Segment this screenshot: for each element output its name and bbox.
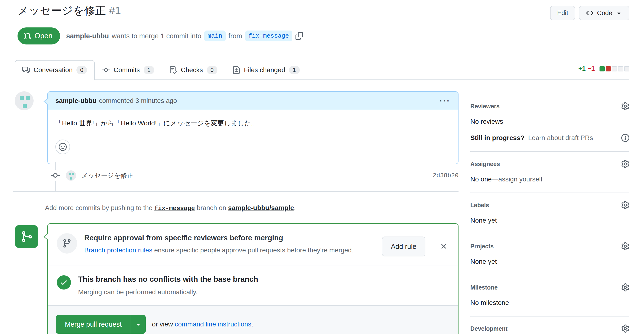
commit-avatar[interactable] <box>66 170 76 181</box>
tab-counter: 1 <box>144 66 154 74</box>
info-icon[interactable] <box>621 134 629 142</box>
diff-block-deleted <box>606 66 611 72</box>
projects-empty-text: None yet <box>470 258 629 266</box>
labels-heading-row[interactable]: Labels <box>470 201 629 209</box>
learn-draft-prs-link[interactable]: Learn about draft PRs <box>528 134 593 142</box>
merge-footer: Merge pull request or view command line … <box>48 306 458 334</box>
gear-icon[interactable] <box>621 284 629 292</box>
gear-icon[interactable] <box>621 201 629 209</box>
tab-counter: 1 <box>289 66 300 74</box>
conversation-column: sample-ubbu commented 3 minutes ago ··· … <box>15 91 458 334</box>
diff-block-neutral <box>624 66 629 72</box>
comment-box: sample-ubbu commented 3 minutes ago ··· … <box>47 91 458 164</box>
author-name[interactable]: sample-ubbu <box>66 32 109 40</box>
add-reaction-button[interactable] <box>55 140 70 154</box>
branch-protection-text: Require approval from specific reviewers… <box>84 233 375 254</box>
diff-block-neutral <box>618 66 623 72</box>
pr-main: sample-ubbu commented 3 minutes ago ··· … <box>15 91 629 334</box>
comment-author[interactable]: sample-ubbu <box>55 97 96 104</box>
gear-icon[interactable] <box>621 324 629 332</box>
git-merge-icon <box>15 225 38 248</box>
milestone-empty-text: No milestone <box>470 299 629 306</box>
gear-icon[interactable] <box>621 160 629 168</box>
milestone-heading: Milestone <box>470 284 498 291</box>
milestone-heading-row[interactable]: Milestone <box>470 284 629 292</box>
gear-icon[interactable] <box>621 242 629 250</box>
sidebar-section-assignees: Assignees No one—assign yourself <box>470 152 629 193</box>
draft-pr-text: Still in progress? Learn about draft PRs <box>470 134 593 142</box>
pr-page: メッセージを修正 #1 Edit Code Open sample-ubbu w… <box>0 0 644 334</box>
copy-branch-button[interactable] <box>296 32 303 40</box>
commit-sha[interactable]: 2d38b20 <box>433 172 458 179</box>
reviewers-heading-row[interactable]: Reviewers <box>470 102 629 110</box>
development-heading: Development <box>470 325 508 332</box>
labels-heading: Labels <box>470 202 489 209</box>
reviewers-heading: Reviewers <box>470 103 500 110</box>
open-status-badge: Open <box>18 28 60 44</box>
merge-box: Require approval from specific reviewers… <box>47 223 458 334</box>
diffstat[interactable]: +1 −1 <box>578 65 629 72</box>
tab-counter: 0 <box>76 66 87 74</box>
comment-header: sample-ubbu commented 3 minutes ago ··· <box>48 92 458 110</box>
comment-discussion-icon <box>22 66 30 74</box>
comment-timestamp: commented 3 minutes ago <box>99 97 177 104</box>
pr-title-text: メッセージを修正 <box>18 4 106 16</box>
assign-yourself-link[interactable]: assign yourself <box>498 176 542 183</box>
sidebar-section-development: Development <box>470 316 629 334</box>
reviewers-empty-text: No reviews <box>470 118 629 125</box>
head-branch-label[interactable]: fix-message <box>245 30 292 42</box>
base-branch-label[interactable]: main <box>204 30 226 42</box>
push-note: Add more commits by pushing to the fix-m… <box>45 204 458 212</box>
merge-summary: sample-ubbu wants to merge 1 commit into… <box>66 30 303 42</box>
sidebar-section-reviewers: Reviewers No reviews Still in progress? … <box>470 91 629 152</box>
smiley-icon <box>59 143 67 151</box>
header-actions: Edit Code <box>550 4 629 20</box>
merge-options-caret[interactable] <box>130 315 146 334</box>
git-pull-request-icon <box>24 32 31 40</box>
pr-status-row: Open sample-ubbu wants to merge 1 commit… <box>15 28 629 44</box>
assignees-heading-row[interactable]: Assignees <box>470 160 629 168</box>
draft-pr-row: Still in progress? Learn about draft PRs <box>470 134 629 142</box>
branch-protection-desc: Branch protection rules ensure specific … <box>84 246 375 254</box>
command-line-instructions-link[interactable]: command line instructions <box>175 320 252 328</box>
branch-protection-rules-link[interactable]: Branch protection rules <box>84 246 152 254</box>
branch-protection-title: Require approval from specific reviewers… <box>84 234 375 242</box>
deletions-count: −1 <box>588 65 595 72</box>
tab-conversation[interactable]: Conversation 0 <box>15 60 95 80</box>
additions-count: +1 <box>578 65 586 72</box>
projects-heading-row[interactable]: Projects <box>470 242 629 250</box>
code-button[interactable]: Code <box>579 6 629 20</box>
kebab-menu-icon[interactable]: ··· <box>440 98 450 103</box>
labels-empty-text: None yet <box>470 217 629 224</box>
git-commit-icon <box>102 66 110 74</box>
development-heading-row[interactable]: Development <box>470 324 629 332</box>
page-title: メッセージを修正 #1 <box>15 4 121 18</box>
merge-pull-request-button[interactable]: Merge pull request <box>56 315 146 334</box>
git-commit-icon <box>50 170 60 181</box>
close-icon[interactable] <box>440 242 448 250</box>
merge-status-section: This branch has no conflicts with the ba… <box>48 266 458 306</box>
branch-protection-section: Require approval from specific reviewers… <box>48 224 458 265</box>
pr-number: #1 <box>109 4 121 16</box>
tab-checks[interactable]: Checks 0 <box>162 60 225 80</box>
tab-files-changed[interactable]: Files changed 1 <box>225 60 307 80</box>
diff-block-added <box>600 66 605 72</box>
file-diff-icon <box>232 66 240 74</box>
checklist-icon <box>170 66 177 74</box>
push-note-repo[interactable]: sample-ubbu/sample <box>228 204 294 212</box>
gear-icon[interactable] <box>621 102 629 110</box>
check-icon <box>57 275 71 290</box>
git-branch-icon <box>57 233 77 254</box>
add-rule-button[interactable]: Add rule <box>382 236 426 256</box>
tab-commits[interactable]: Commits 1 <box>95 60 162 80</box>
commit-row: メッセージを修正 2d38b20 <box>15 170 458 181</box>
avatar[interactable] <box>15 91 34 110</box>
commit-message[interactable]: メッセージを修正 <box>82 171 133 180</box>
sidebar-section-labels: Labels None yet <box>470 193 629 234</box>
pr-header: メッセージを修正 #1 Edit Code <box>15 0 629 20</box>
merge-status-subtitle: Merging can be performed automatically. <box>78 288 258 296</box>
assignees-heading: Assignees <box>470 160 500 168</box>
comment-text: 「Hello 世界!」から「Hello World!」にメッセージを変更しました… <box>55 119 450 128</box>
edit-button[interactable]: Edit <box>550 6 576 20</box>
code-icon <box>586 9 594 17</box>
